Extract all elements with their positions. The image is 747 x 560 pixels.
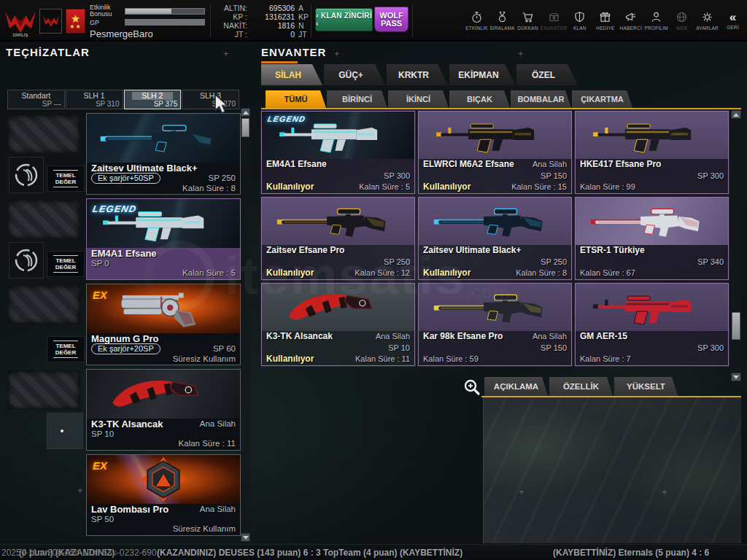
menu-siralama[interactable]: SIRALAMA (489, 0, 515, 42)
grenade-icon (87, 455, 240, 504)
plus-decoration: + (223, 48, 229, 59)
tab-guc[interactable]: GÜÇ+ (324, 64, 385, 85)
menu-etkinlik[interactable]: ETKİNLİK (464, 0, 489, 42)
temel-deger-button[interactable]: TEMEL DEĞER (47, 336, 85, 362)
weapon-image (87, 370, 240, 419)
weapon-image (262, 284, 414, 331)
inventory-item[interactable]: LEGEND EM4A1 Efsane SP 300 KullanılıyorK… (261, 111, 415, 194)
menu-hediye[interactable]: HEDİYE (592, 0, 618, 42)
empty-slot[interactable] (7, 285, 80, 324)
subtab-ikinci[interactable]: İKİNCİ (388, 90, 449, 108)
subtab-bombalar[interactable]: BOMBALAR (511, 90, 571, 108)
equipment-card[interactable]: EX Magnum G Pro Ek şarjör+20SPSP 60 Süre… (86, 284, 241, 365)
inventory-item[interactable]: HKE417 Efsane Pro SP 300 Kalan Süre : 99 (575, 111, 729, 194)
subtab-birinci[interactable]: BİRİNCİ (327, 90, 387, 108)
item-sp: SP 250 (208, 174, 236, 183)
globe-icon (676, 11, 688, 23)
inventory-item[interactable]: Kar 98k Efsane ProAna Silah SP 150 Kalan… (418, 283, 572, 366)
sniper-rifle-icon (419, 198, 571, 245)
magazine-icon[interactable] (9, 242, 44, 279)
assault-rifle-icon (262, 112, 414, 159)
medal-icon (496, 11, 508, 23)
inventory-item[interactable]: Zaitsev Efsane Pro SP 250 KullanılıyorKa… (261, 197, 415, 280)
wolfteam-logo-icon: DİRİLİŞ (4, 8, 37, 37)
loadout-tab-slh1[interactable]: SLH 1 SP 310 (66, 90, 123, 109)
temel-deger-button[interactable]: TEMEL DEĞER (47, 166, 85, 192)
tab-silah[interactable]: SİLAH (261, 64, 322, 85)
menu-envanter[interactable]: ENVANTER (541, 0, 568, 42)
item-type: Ana Silah (200, 505, 236, 514)
subtab-tumu[interactable]: TÜMÜ (266, 90, 326, 108)
stopwatch-icon (471, 11, 483, 23)
menu-web[interactable]: WEB (669, 0, 694, 42)
temel-deger-button[interactable]: TEMEL DEĞER (47, 251, 85, 277)
clan-emblem[interactable] (39, 9, 62, 34)
tab-aciklama[interactable]: AÇIKLAMA (484, 377, 548, 396)
match-history-ticker: 2025y-11m-30d-05h-17m-53s-0232-690 (0 pu… (0, 544, 747, 560)
subtab-cikartma[interactable]: ÇIKARTMA (572, 90, 632, 108)
menu-dukkan[interactable]: DÜKKAN (515, 0, 541, 42)
inventory-item[interactable]: GM AER-15 SP 300 Kalan Süre : 7 (575, 283, 729, 366)
tab-ozellik[interactable]: ÖZELLİK (549, 377, 613, 396)
scroll-down-arrow[interactable] (731, 373, 741, 381)
menu-haberci[interactable]: HABERCİ (618, 0, 643, 42)
weapon-image: EX (87, 455, 240, 504)
inventory-item[interactable]: ETSR-1 Türkiye SP 340 Kalan Süre : 67 (575, 197, 729, 280)
knife-icon (262, 284, 414, 331)
empty-slot[interactable] (7, 370, 80, 410)
menu-profilim[interactable]: PROFİLİM (643, 0, 669, 42)
weapon-image (576, 198, 728, 245)
tab-krktr[interactable]: KRKTR (387, 64, 448, 85)
equipment-card[interactable]: LEGEND EM4A1 Efsane SP 0 Kalan Süre : 5 (86, 198, 241, 280)
loadout-tab-slh2[interactable]: SLH 2 SP 375 (124, 90, 182, 109)
inventory-grid: LEGEND EM4A1 Efsane SP 300 KullanılıyorK… (261, 111, 731, 366)
inventory-item[interactable]: ELWRCI M6A2 EfsaneAna Silah SP 150 Kulla… (418, 111, 572, 194)
loadout-tab-slh3[interactable]: SLH 3 SP 270 (182, 90, 239, 109)
menu-geri[interactable]: « GERİ (720, 0, 746, 42)
scroll-thumb[interactable] (241, 118, 249, 137)
equipment-row: + EX Lav Bombası ProAna Silah SP 50 Süre… (6, 454, 241, 536)
item-name: Magnum G Pro (91, 334, 158, 343)
klan-zinciri-button[interactable]: › KLAN ZİNCİRİ ‹ (315, 8, 373, 31)
subtab-bicak[interactable]: BIÇAK (449, 90, 510, 108)
bonus-bar (125, 8, 205, 15)
attachment-slot[interactable] (47, 413, 83, 449)
equipment-card[interactable]: Zaitsev Ultimate Black+ Ek şarjör+50SPSP… (86, 113, 241, 195)
menu-ayarlar[interactable]: AYARLAR (694, 0, 720, 42)
empty-slot[interactable] (7, 114, 80, 154)
knife-icon (87, 370, 240, 419)
grid-scrollbar (731, 110, 741, 383)
tab-yukselt[interactable]: YÜKSELT (614, 377, 678, 396)
game-screen: DİRİLİŞ ★★★ Etkinlik Bonusu GP PesmergeB… (0, 0, 747, 560)
magazine-icon[interactable] (9, 157, 44, 193)
equipment-row: TEMEL DEĞER LEGEND EM4A1 Efsane SP 0 Kal… (6, 198, 241, 280)
plus-decoration: + (518, 48, 524, 59)
equipment-row: TEMEL DEĞER Zaitsev Ultimate Black+ Ek ş… (6, 113, 241, 195)
equipment-scrollbar (241, 108, 250, 542)
tab-ozel[interactable]: ÖZEL (516, 64, 578, 85)
scroll-up-arrow[interactable] (731, 110, 741, 119)
wolf-pass-button[interactable]: WOLF PASS (374, 7, 409, 32)
sniper-rifle-icon (419, 284, 571, 331)
inventory-item[interactable]: Zaitsev Ultimate Black+ SP 250 Kullanılı… (418, 197, 572, 280)
logo-text: DİRİLİŞ (12, 33, 28, 37)
equipment-card[interactable]: K3-TK AlsancakAna Silah SP 10 Kalan Süre… (86, 369, 241, 451)
menu-klan[interactable]: KLAN (567, 0, 592, 42)
gear-icon (701, 11, 713, 23)
loadout-tabs: Standart SP --- SLH 1 SP 310 SLH 2 SP 37… (7, 90, 239, 109)
scroll-up-arrow[interactable] (241, 108, 250, 117)
scroll-thumb[interactable] (732, 312, 740, 340)
item-sp: SP 10 (91, 429, 114, 439)
zoom-magnifier-icon[interactable] (463, 378, 481, 396)
empty-slot[interactable] (7, 200, 80, 239)
currency-kp: KP :1316231KP (214, 12, 310, 21)
loadout-tab-standart[interactable]: Standart SP --- (7, 90, 65, 109)
sniper-rifle-icon (576, 198, 728, 245)
item-sp: SP 0 (91, 259, 109, 268)
scroll-down-arrow[interactable] (241, 533, 250, 542)
tab-ekipman[interactable]: EKİPMAN (449, 64, 515, 85)
item-sp: SP 60 (213, 344, 236, 354)
equipment-card[interactable]: EX Lav Bombası ProAna Silah SP 50 Süresi… (86, 454, 241, 536)
sniper-rifle-icon (87, 114, 240, 163)
inventory-item[interactable]: K3-TK AlsancakAna Silah SP 10 Kullanılıy… (261, 283, 415, 366)
